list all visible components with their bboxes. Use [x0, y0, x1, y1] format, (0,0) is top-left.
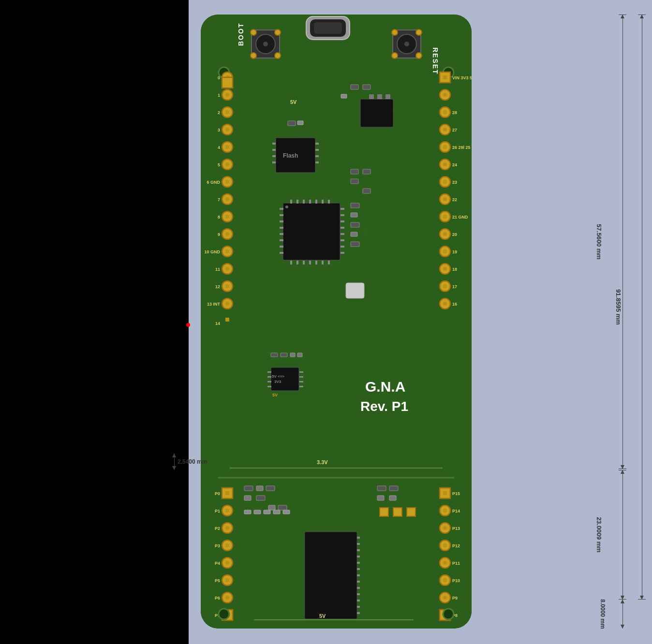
- svg-rect-128: [267, 386, 271, 387]
- svg-rect-307: [393, 508, 402, 516]
- svg-rect-127: [267, 381, 271, 382]
- svg-rect-253: [443, 491, 447, 495]
- svg-rect-98: [280, 208, 283, 210]
- svg-rect-76: [341, 94, 347, 98]
- svg-point-256: [443, 509, 447, 512]
- svg-text:3.3V: 3.3V: [317, 459, 328, 465]
- svg-rect-86: [303, 200, 305, 204]
- svg-rect-303: [389, 486, 398, 491]
- svg-rect-282: [357, 568, 360, 570]
- svg-text:5V <=>: 5V <=>: [272, 374, 284, 379]
- svg-text:P10: P10: [452, 578, 460, 583]
- svg-text:13 INT: 13 INT: [207, 302, 221, 307]
- svg-rect-97: [328, 261, 330, 264]
- svg-rect-91: [290, 261, 292, 264]
- svg-rect-89: [322, 200, 324, 204]
- svg-rect-115: [346, 283, 364, 298]
- svg-point-145: [225, 93, 229, 97]
- svg-text:P1: P1: [215, 509, 220, 513]
- svg-rect-129: [299, 371, 303, 373]
- svg-rect-118: [351, 222, 359, 227]
- svg-rect-292: [266, 486, 275, 491]
- svg-rect-62: [272, 149, 276, 151]
- svg-rect-126: [267, 376, 271, 378]
- svg-text:3V3: 3V3: [274, 380, 282, 384]
- svg-rect-130: [299, 376, 303, 378]
- svg-rect-66: [315, 149, 319, 151]
- dim-23-label: 23.0009 mm: [596, 517, 603, 553]
- svg-rect-71: [369, 94, 374, 99]
- svg-rect-119: [351, 232, 357, 236]
- svg-rect-308: [407, 508, 415, 516]
- dim-8-label: 8.0000 mm: [599, 599, 606, 629]
- svg-rect-302: [377, 486, 386, 491]
- dimension-254mm: 2.5400 mm: [174, 454, 207, 470]
- svg-rect-131: [299, 381, 303, 382]
- svg-point-192: [443, 110, 447, 114]
- svg-point-265: [443, 561, 447, 565]
- svg-rect-278: [357, 543, 360, 545]
- svg-point-178: [225, 284, 229, 288]
- svg-text:22: 22: [452, 197, 457, 202]
- svg-rect-68: [315, 161, 319, 163]
- svg-point-216: [443, 249, 447, 253]
- svg-text:3: 3: [218, 128, 220, 132]
- svg-rect-121: [271, 367, 299, 391]
- svg-point-204: [443, 180, 447, 184]
- svg-rect-65: [315, 143, 319, 145]
- svg-text:4: 4: [218, 145, 220, 150]
- svg-point-247: [225, 596, 229, 600]
- svg-rect-304: [377, 496, 384, 500]
- svg-rect-300: [273, 510, 280, 514]
- svg-point-151: [225, 128, 229, 132]
- svg-rect-82: [297, 121, 303, 125]
- dimension-23mm: 23.0009 mm: [622, 470, 623, 600]
- dim-254-label: 2.5400 mm: [178, 458, 207, 465]
- svg-point-46: [404, 42, 409, 46]
- svg-point-195: [443, 128, 447, 132]
- dim-91-label: 91.8595 mm: [615, 289, 622, 325]
- svg-point-50: [416, 53, 422, 59]
- svg-text:P11: P11: [452, 561, 460, 566]
- svg-rect-94: [309, 261, 311, 264]
- svg-text:P2: P2: [215, 526, 220, 531]
- pcb-board: BOOT RESET 5V 3.3V Flash: [201, 15, 472, 629]
- svg-rect-306: [380, 508, 388, 516]
- svg-rect-280: [357, 556, 360, 557]
- svg-rect-63: [272, 155, 276, 157]
- svg-rect-78: [363, 169, 370, 174]
- svg-rect-92: [296, 261, 298, 264]
- svg-text:1: 1: [218, 93, 220, 98]
- svg-rect-291: [256, 486, 263, 491]
- svg-rect-284: [357, 581, 360, 583]
- svg-rect-107: [341, 214, 344, 216]
- svg-text:24: 24: [452, 162, 457, 167]
- svg-rect-290: [244, 486, 253, 491]
- svg-text:17: 17: [452, 284, 457, 289]
- svg-text:Rev. P1: Rev. P1: [360, 399, 408, 414]
- svg-text:5V: 5V: [319, 613, 326, 619]
- svg-rect-133: [271, 353, 278, 357]
- svg-rect-117: [351, 213, 357, 217]
- svg-rect-99: [280, 214, 283, 216]
- svg-rect-70: [360, 99, 393, 127]
- svg-rect-285: [357, 587, 360, 589]
- svg-rect-77: [351, 169, 358, 174]
- svg-text:P9: P9: [452, 596, 458, 600]
- svg-rect-100: [280, 220, 283, 222]
- dimension-91mm: 91.8595 mm: [642, 15, 642, 600]
- svg-rect-73: [385, 94, 390, 99]
- svg-rect-81: [288, 121, 296, 126]
- svg-rect-111: [341, 239, 344, 241]
- svg-point-259: [443, 526, 447, 530]
- svg-rect-88: [315, 200, 317, 204]
- svg-text:19: 19: [452, 249, 457, 254]
- svg-text:P0: P0: [215, 491, 220, 496]
- svg-point-41: [275, 29, 281, 35]
- dimension-8mm: 8.0000 mm: [622, 600, 623, 629]
- svg-text:7: 7: [218, 197, 220, 202]
- svg-rect-105: [280, 252, 283, 254]
- svg-rect-90: [328, 200, 330, 204]
- svg-rect-87: [309, 200, 311, 204]
- svg-rect-112: [341, 246, 344, 248]
